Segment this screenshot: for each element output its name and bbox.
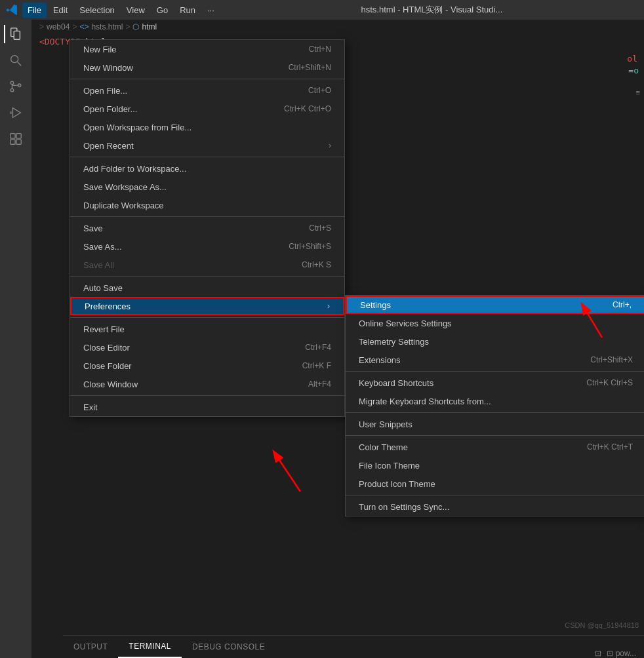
source-control-icon[interactable]: [4, 75, 28, 98]
menu-separator-4: [70, 276, 344, 277]
submenu-telemetry[interactable]: Telemetry Settings: [346, 332, 644, 351]
breadcrumb-separator3: >: [125, 22, 130, 31]
breadcrumb-separator2: >: [72, 22, 77, 31]
run-debug-icon[interactable]: [4, 101, 28, 125]
svg-point-4: [10, 81, 14, 85]
submenu-file-icon-theme[interactable]: File Icon Theme: [346, 456, 644, 474]
menu-separator-6: [70, 395, 344, 396]
edit-menu-button[interactable]: Edit: [48, 3, 73, 18]
svg-rect-12: [16, 140, 21, 144]
right-hint-2: =o: [628, 66, 639, 75]
submenu-settings[interactable]: Settings Ctrl+,: [346, 296, 644, 314]
menu-add-folder[interactable]: Add Folder to Workspace...: [70, 159, 344, 178]
tab-output[interactable]: OUTPUT: [63, 636, 118, 658]
menu-open-file[interactable]: Open File... Ctrl+O: [70, 81, 344, 100]
titlebar-menu: File Edit Selection View Go Run ···: [22, 3, 220, 18]
svg-rect-11: [10, 140, 15, 144]
extensions-icon[interactable]: [4, 127, 28, 151]
view-menu-button[interactable]: View: [121, 3, 150, 18]
panel-actions: ⊡ ⊡ pow...: [595, 649, 644, 658]
menu-open-workspace[interactable]: Open Workspace from File...: [70, 118, 344, 136]
search-icon[interactable]: [4, 48, 28, 72]
svg-rect-9: [10, 134, 15, 138]
watermark: CSDN @qq_51944818: [559, 619, 644, 632]
submenu-product-icon-theme[interactable]: Product Icon Theme: [346, 474, 644, 493]
menu-separator-1: [70, 79, 344, 79]
submenu-migrate-shortcuts[interactable]: Migrate Keyboard Shortcuts from...: [346, 392, 644, 410]
svg-point-5: [10, 88, 14, 92]
menu-revert-file[interactable]: Revert File: [70, 320, 344, 338]
menu-new-window[interactable]: New Window Ctrl+Shift+N: [70, 58, 344, 77]
submenu-extensions[interactable]: Extensions Ctrl+Shift+X: [346, 351, 644, 369]
svg-point-2: [11, 56, 18, 63]
arrow-to-preferences: [254, 439, 320, 505]
submenu-settings-sync[interactable]: Turn on Settings Sync...: [346, 497, 644, 516]
svg-line-16: [274, 452, 300, 492]
activity-bar: [0, 20, 31, 658]
menu-preferences[interactable]: Preferences ›: [70, 297, 344, 315]
menu-open-recent[interactable]: Open Recent ›: [70, 136, 344, 155]
menu-save-as[interactable]: Save As... Ctrl+Shift+S: [70, 237, 344, 256]
svg-rect-8: [10, 111, 12, 114]
menu-close-folder[interactable]: Close Folder Ctrl+K F: [70, 357, 344, 375]
menu-save-workspace[interactable]: Save Workspace As...: [70, 178, 344, 196]
svg-rect-10: [16, 134, 21, 138]
right-minimap: ≡: [636, 88, 640, 96]
menu-save[interactable]: Save Ctrl+S: [70, 219, 344, 237]
go-menu-button[interactable]: Go: [151, 3, 173, 18]
breadcrumb-symbol-icon: ⬡: [132, 22, 139, 31]
breadcrumb-file-icon: <>: [79, 22, 89, 31]
menu-close-window[interactable]: Close Window Alt+F4: [70, 375, 344, 393]
code-keyword: <: [39, 37, 45, 47]
vscode-logo: [5, 4, 17, 16]
breadcrumb: > web04 > <> hsts.html > ⬡ html: [31, 20, 644, 34]
menu-separator-3: [70, 216, 344, 217]
breadcrumb-file[interactable]: hsts.html: [91, 22, 123, 31]
main-layout: > web04 > <> hsts.html > ⬡ html <DOCTYPE…: [0, 20, 644, 658]
menu-exit[interactable]: Exit: [70, 398, 344, 416]
files-icon[interactable]: [4, 22, 28, 46]
menu-open-folder[interactable]: Open Folder... Ctrl+K Ctrl+O: [70, 100, 344, 118]
run-menu-button[interactable]: Run: [174, 3, 201, 18]
file-menu-button[interactable]: File: [22, 3, 47, 18]
panel-tabs: OUTPUT TERMINAL DEBUG CONSOLE: [63, 636, 275, 658]
menu-close-editor[interactable]: Close Editor Ctrl+F4: [70, 338, 344, 357]
menu-new-file[interactable]: New File Ctrl+N: [70, 40, 344, 58]
submenu-separator-2: [346, 412, 644, 413]
window-title: hsts.html - HTML实例 - Visual Studi...: [225, 4, 639, 16]
titlebar: File Edit Selection View Go Run ··· hsts…: [0, 0, 644, 20]
menu-save-all: Save All Ctrl+K S: [70, 256, 344, 274]
tab-terminal[interactable]: TERMINAL: [118, 636, 182, 658]
selection-menu-button[interactable]: Selection: [74, 3, 119, 18]
submenu-separator-3: [346, 435, 644, 436]
bottom-panel: OUTPUT TERMINAL DEBUG CONSOLE ⊡ ⊡ pow...: [63, 635, 644, 658]
menu-separator-2: [70, 157, 344, 157]
breadcrumb-separator: >: [39, 22, 44, 31]
svg-rect-1: [14, 31, 20, 39]
more-menu-button[interactable]: ···: [202, 3, 220, 18]
panel-powershell: ⊡ pow...: [607, 649, 636, 658]
menu-auto-save[interactable]: Auto Save: [70, 279, 344, 297]
right-hint-1: ol: [627, 54, 637, 64]
submenu-user-snippets[interactable]: User Snippets: [346, 415, 644, 433]
breadcrumb-folder[interactable]: web04: [47, 22, 70, 31]
menu-separator-5: [70, 317, 344, 318]
panel-action-icon[interactable]: ⊡: [595, 649, 601, 658]
editor-area: > web04 > <> hsts.html > ⬡ html <DOCTYPE…: [31, 20, 644, 658]
submenu-separator-4: [346, 495, 644, 495]
tab-debug-console[interactable]: DEBUG CONSOLE: [182, 636, 275, 658]
svg-line-3: [18, 62, 22, 66]
preferences-submenu: Settings Ctrl+, Online Services Settings…: [345, 295, 644, 516]
svg-marker-7: [12, 108, 20, 118]
breadcrumb-symbol[interactable]: html: [142, 22, 157, 31]
submenu-color-theme[interactable]: Color Theme Ctrl+K Ctrl+T: [346, 438, 644, 456]
submenu-online-services[interactable]: Online Services Settings: [346, 314, 644, 332]
submenu-separator-1: [346, 371, 644, 372]
submenu-keyboard-shortcuts[interactable]: Keyboard Shortcuts Ctrl+K Ctrl+S: [346, 374, 644, 392]
menu-duplicate-workspace[interactable]: Duplicate Workspace: [70, 196, 344, 214]
file-menu-dropdown: New File Ctrl+N New Window Ctrl+Shift+N …: [70, 39, 345, 417]
